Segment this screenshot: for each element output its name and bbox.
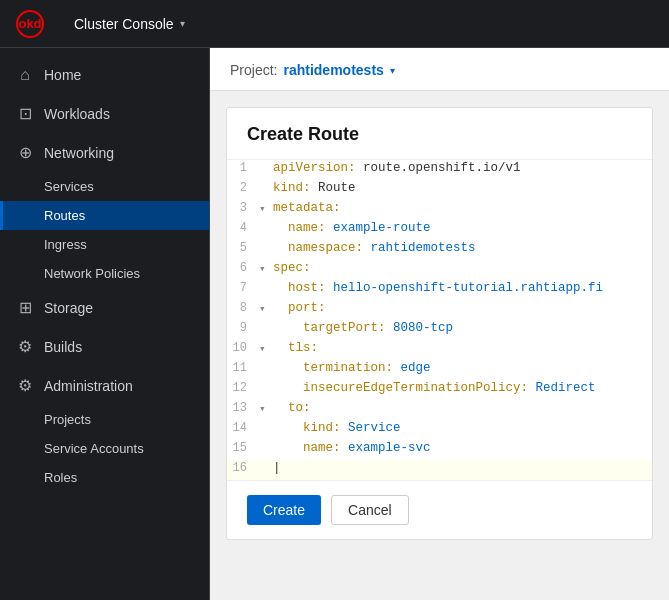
line-content: apiVersion: route.openshift.io/v1	[273, 160, 652, 176]
line-content: host: hello-openshift-tutorial.rahtiapp.…	[273, 280, 652, 296]
project-dropdown-icon[interactable]: ▾	[390, 65, 395, 76]
line-number: 13	[227, 400, 259, 415]
line-arrow-icon	[259, 380, 273, 382]
action-bar: Create Cancel	[227, 480, 652, 539]
sidebar-service-accounts-label: Service Accounts	[44, 441, 144, 456]
code-line-3: 3▾metadata:	[227, 200, 652, 220]
code-line-14: 14 kind: Service	[227, 420, 652, 440]
code-line-12: 12 insecureEdgeTerminationPolicy: Redire…	[227, 380, 652, 400]
sidebar-sub-routes[interactable]: Routes	[0, 201, 209, 230]
line-arrow-icon	[259, 280, 273, 282]
code-line-2: 2 kind: Route	[227, 180, 652, 200]
sidebar-builds-label: Builds	[44, 339, 82, 355]
line-number: 14	[227, 420, 259, 435]
line-arrow-icon	[259, 160, 273, 162]
code-line-6: 6▾spec:	[227, 260, 652, 280]
sidebar-ingress-label: Ingress	[44, 237, 87, 252]
sidebar-storage-label: Storage	[44, 300, 93, 316]
cluster-console-selector[interactable]: Cluster Console ▾	[74, 16, 185, 32]
line-content: namespace: rahtidemotests	[273, 240, 652, 256]
line-number: 7	[227, 280, 259, 295]
sidebar-item-administration[interactable]: ⚙ Administration	[0, 366, 209, 405]
line-content: to:	[273, 400, 652, 416]
line-number: 5	[227, 240, 259, 255]
code-line-1: 1 apiVersion: route.openshift.io/v1	[227, 160, 652, 180]
line-arrow-icon	[259, 460, 273, 462]
code-line-10: 10▾ tls:	[227, 340, 652, 360]
sidebar-administration-label: Administration	[44, 378, 133, 394]
code-line-4: 4 name: example-route	[227, 220, 652, 240]
content-area: Project: rahtidemotests ▾ Create Route 1…	[210, 48, 669, 600]
sidebar-sub-network-policies[interactable]: Network Policies	[0, 259, 209, 288]
sidebar-home-label: Home	[44, 67, 81, 83]
code-line-7: 7 host: hello-openshift-tutorial.rahtiap…	[227, 280, 652, 300]
line-content: kind: Route	[273, 180, 652, 196]
sidebar-workloads-label: Workloads	[44, 106, 110, 122]
code-line-9: 9 targetPort: 8080-tcp	[227, 320, 652, 340]
cluster-console-dropdown-icon: ▾	[180, 18, 185, 29]
sidebar-networking-label: Networking	[44, 145, 114, 161]
code-line-5: 5 namespace: rahtidemotests	[227, 240, 652, 260]
project-label: Project:	[230, 62, 277, 78]
sidebar-projects-label: Projects	[44, 412, 91, 427]
line-number: 9	[227, 320, 259, 335]
sidebar-sub-ingress[interactable]: Ingress	[0, 230, 209, 259]
line-number: 4	[227, 220, 259, 235]
create-route-title: Create Route	[227, 108, 652, 160]
line-content: name: example-svc	[273, 440, 652, 456]
sidebar-roles-label: Roles	[44, 470, 77, 485]
line-number: 8	[227, 300, 259, 315]
line-content: insecureEdgeTerminationPolicy: Redirect	[273, 380, 652, 396]
line-arrow-icon	[259, 420, 273, 422]
line-number: 6	[227, 260, 259, 275]
sidebar-item-workloads[interactable]: ⊡ Workloads	[0, 94, 209, 133]
line-content: termination: edge	[273, 360, 652, 376]
administration-icon: ⚙	[16, 376, 34, 395]
main-layout: ⌂ Home ⊡ Workloads ⊕ Networking Services…	[0, 48, 669, 600]
line-arrow-icon	[259, 220, 273, 222]
cancel-button[interactable]: Cancel	[331, 495, 409, 525]
sidebar-sub-service-accounts[interactable]: Service Accounts	[0, 434, 209, 463]
line-arrow-icon[interactable]: ▾	[259, 200, 273, 215]
sidebar-routes-label: Routes	[44, 208, 85, 223]
line-content	[273, 460, 652, 476]
line-arrow-icon	[259, 320, 273, 322]
create-button[interactable]: Create	[247, 495, 321, 525]
sidebar-item-networking[interactable]: ⊕ Networking	[0, 133, 209, 172]
builds-icon: ⚙	[16, 337, 34, 356]
line-number: 16	[227, 460, 259, 475]
content-header: Project: rahtidemotests ▾	[210, 48, 669, 91]
line-arrow-icon[interactable]: ▾	[259, 300, 273, 315]
line-arrow-icon[interactable]: ▾	[259, 340, 273, 355]
storage-icon: ⊞	[16, 298, 34, 317]
line-arrow-icon	[259, 360, 273, 362]
sidebar-sub-services[interactable]: Services	[0, 172, 209, 201]
sidebar-sub-roles[interactable]: Roles	[0, 463, 209, 492]
logo[interactable]: okd	[16, 10, 54, 38]
line-number: 15	[227, 440, 259, 455]
top-navigation: okd Cluster Console ▾	[0, 0, 669, 48]
sidebar: ⌂ Home ⊡ Workloads ⊕ Networking Services…	[0, 48, 210, 600]
code-line-11: 11 termination: edge	[227, 360, 652, 380]
sidebar-sub-projects[interactable]: Projects	[0, 405, 209, 434]
line-content: spec:	[273, 260, 652, 276]
code-editor[interactable]: 1 apiVersion: route.openshift.io/v12 kin…	[227, 160, 652, 480]
code-line-15: 15 name: example-svc	[227, 440, 652, 460]
line-content: name: example-route	[273, 220, 652, 236]
sidebar-network-policies-label: Network Policies	[44, 266, 140, 281]
logo-icon: okd	[16, 10, 44, 38]
line-arrow-icon[interactable]: ▾	[259, 400, 273, 415]
line-content: targetPort: 8080-tcp	[273, 320, 652, 336]
line-content: tls:	[273, 340, 652, 356]
line-arrow-icon	[259, 240, 273, 242]
line-content: kind: Service	[273, 420, 652, 436]
line-arrow-icon	[259, 440, 273, 442]
sidebar-item-storage[interactable]: ⊞ Storage	[0, 288, 209, 327]
project-name[interactable]: rahtidemotests	[283, 62, 383, 78]
sidebar-item-home[interactable]: ⌂ Home	[0, 56, 209, 94]
sidebar-services-label: Services	[44, 179, 94, 194]
line-arrow-icon[interactable]: ▾	[259, 260, 273, 275]
line-content: metadata:	[273, 200, 652, 216]
create-route-panel: Create Route 1 apiVersion: route.openshi…	[226, 107, 653, 540]
sidebar-item-builds[interactable]: ⚙ Builds	[0, 327, 209, 366]
